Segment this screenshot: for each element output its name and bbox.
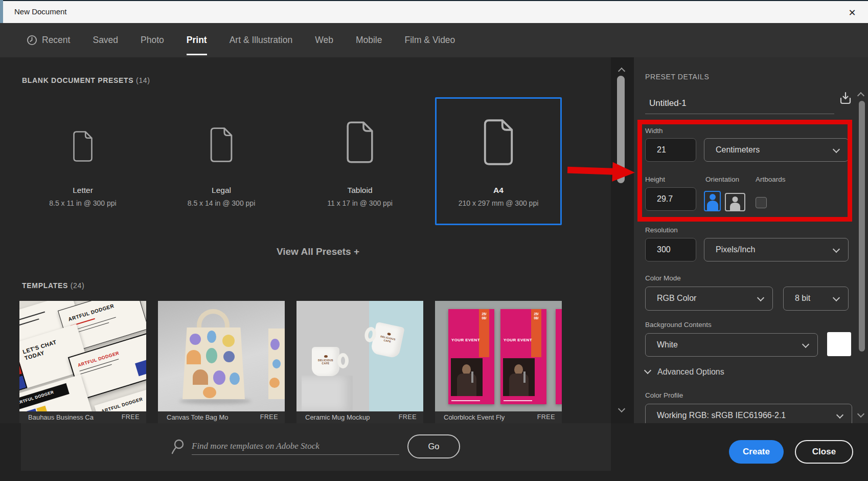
preset-card-a4[interactable]: A4 210 x 297 mm @ 300 ppi [435, 97, 562, 225]
template-label-row: Ceramic Mug Mockup FREE [296, 411, 423, 423]
preset-name: Letter [21, 186, 145, 195]
scrollbar-thumb[interactable] [617, 76, 625, 183]
template-card-tote-bag[interactable]: Canvas Tote Bag Mo FREE [158, 301, 285, 423]
panel-scroll-up-icon[interactable] [857, 92, 864, 99]
preset-card-tabloid[interactable]: Tabloid 11 x 17 in @ 300 ppi [296, 97, 423, 225]
chevron-down-icon [757, 294, 764, 301]
clock-icon [27, 35, 37, 46]
preset-name: Legal [159, 186, 283, 195]
bit-depth-dropdown[interactable]: 8 bit [783, 287, 849, 311]
panel-scroll-down-icon[interactable] [857, 410, 864, 418]
close-button[interactable]: Close [795, 440, 853, 464]
preset-size: 8.5 x 11 in @ 300 ppi [21, 199, 145, 207]
orientation-label: Orientation [705, 176, 739, 183]
chevron-down-icon [833, 146, 840, 153]
artboards-checkbox[interactable] [756, 197, 767, 208]
preset-card-letter[interactable]: Letter 8.5 x 11 in @ 300 ppi [19, 97, 146, 225]
color-profile-dropdown[interactable]: Working RGB: sRGB IEC61966-2.1 [645, 404, 852, 423]
width-label: Width [645, 127, 663, 135]
scroll-down-icon[interactable] [618, 405, 625, 412]
preset-card-legal[interactable]: Legal 8.5 x 14 in @ 300 ppi [158, 97, 285, 225]
window-edge-decoration [0, 0, 3, 23]
width-input[interactable] [645, 138, 696, 162]
advanced-options-toggle[interactable]: Advanced Options [645, 367, 724, 377]
template-name: Ceramic Mug Mockup [305, 413, 370, 421]
create-button[interactable]: Create [729, 440, 784, 464]
free-badge: FREE [399, 413, 417, 421]
background-contents-dropdown[interactable]: White [645, 333, 818, 357]
title-bar: New Document ✕ [0, 0, 868, 23]
templates-heading: TEMPLATES (24) [22, 281, 84, 290]
document-page-icon [345, 120, 375, 166]
template-card-mug[interactable]: DELICIOUSCAFE DELICIOUSCAFE Ceramic Mug … [296, 301, 423, 423]
free-badge: FREE [122, 413, 140, 421]
template-label-row: Canvas Tote Bag Mo FREE [158, 411, 285, 423]
landscape-icon [733, 196, 738, 202]
width-unit-dropdown[interactable]: Centimeters [704, 138, 849, 162]
resolution-label: Resolution [645, 226, 678, 234]
document-page-icon [482, 118, 515, 168]
tab-print[interactable]: Print [187, 23, 207, 57]
document-page-icon [72, 129, 94, 165]
save-preset-icon[interactable] [838, 91, 853, 107]
chevron-down-icon [833, 294, 840, 301]
go-button[interactable]: Go [407, 434, 460, 458]
template-thumbnail: DELICIOUSCAFE DELICIOUSCAFE [296, 301, 423, 411]
search-input[interactable] [192, 438, 399, 455]
dialog-title: New Document [14, 7, 67, 16]
document-name-field[interactable]: Untitled-1 [649, 98, 687, 108]
preset-name: A4 [437, 186, 560, 195]
resolution-unit-dropdown[interactable]: Pixels/Inch [704, 238, 849, 261]
color-mode-dropdown[interactable]: RGB Color [645, 287, 773, 311]
orientation-portrait-button[interactable] [704, 191, 721, 211]
template-thumbnail: ARTFUL DODGER LET'S CHAT TODAY ARTFUL DO… [19, 301, 146, 411]
template-name: Colorblock Event Fly [444, 413, 505, 421]
tab-art-illustration[interactable]: Art & Illustration [230, 23, 293, 57]
adobe-stock-search-panel: Go [21, 423, 611, 471]
chevron-down-icon [644, 367, 651, 374]
scroll-up-icon[interactable] [618, 68, 625, 75]
chevron-down-icon [833, 246, 840, 253]
tab-saved[interactable]: Saved [93, 23, 118, 57]
tab-photo[interactable]: Photo [141, 23, 164, 57]
template-name: Bauhaus Business Ca [28, 413, 94, 421]
free-badge: FREE [537, 413, 555, 421]
panel-scrollbar-thumb[interactable] [859, 101, 865, 352]
main-scrollbar[interactable] [611, 57, 634, 423]
view-all-presets-link[interactable]: View All Presets + [277, 246, 359, 257]
tab-web[interactable]: Web [315, 23, 333, 57]
panel-heading: PRESET DETAILS [645, 73, 709, 81]
portrait-icon [710, 194, 716, 200]
blank-presets-heading: BLANK DOCUMENT PRESETS (14) [22, 76, 150, 84]
tab-recent[interactable]: Recent [27, 23, 70, 57]
close-icon[interactable]: ✕ [844, 6, 860, 20]
background-contents-label: Background Contents [645, 321, 712, 329]
color-mode-label: Color Mode [645, 274, 681, 282]
preset-size: 8.5 x 14 in @ 300 ppi [159, 199, 283, 207]
preset-size: 11 x 17 in @ 300 ppi [298, 199, 422, 207]
document-page-icon [209, 126, 234, 165]
free-badge: FREE [260, 413, 278, 421]
chevron-down-icon [802, 341, 809, 348]
resolution-input[interactable] [645, 238, 696, 261]
background-color-swatch[interactable] [827, 332, 851, 356]
template-label-row: Colorblock Event Fly FREE [435, 411, 562, 423]
height-label: Height [645, 176, 665, 183]
height-input[interactable] [645, 187, 696, 211]
tab-mobile[interactable]: Mobile [356, 23, 382, 57]
search-icon [170, 439, 186, 457]
template-name: Canvas Tote Bag Mo [167, 413, 228, 421]
preset-size: 210 x 297 mm @ 300 ppi [437, 199, 560, 207]
template-card-bauhaus[interactable]: ARTFUL DODGER LET'S CHAT TODAY ARTFUL DO… [19, 301, 146, 423]
tab-film-video[interactable]: Film & Video [404, 23, 455, 57]
category-tabbar: Recent Saved Photo Print Art & Illustrat… [0, 23, 868, 57]
main-content: BLANK DOCUMENT PRESETS (14) Letter 8.5 x… [0, 57, 611, 423]
template-thumbnail [158, 301, 285, 411]
orientation-landscape-button[interactable] [725, 193, 745, 211]
preset-name: Tabloid [298, 186, 422, 195]
template-label-row: Bauhaus Business Ca FREE [19, 411, 146, 423]
template-card-flyer[interactable]: 25/08/ YOUR EVENT 25/08/ YOUR EVENT [435, 301, 562, 423]
artboards-label: Artboards [756, 176, 786, 183]
divider [645, 114, 834, 114]
preset-details-panel: PRESET DETAILS Untitled-1 Width Centimet… [634, 57, 868, 423]
